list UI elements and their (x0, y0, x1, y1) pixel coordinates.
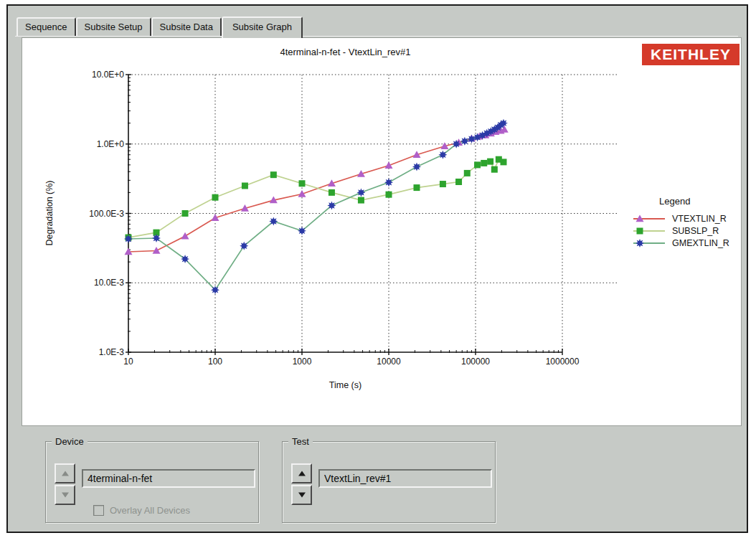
device-name-input[interactable] (82, 469, 255, 488)
test-group-label: Test (288, 436, 313, 447)
test-group: Test (282, 441, 496, 523)
overlay-all-devices-checkbox[interactable]: Overlay All Devices (93, 505, 190, 516)
tab-page-edge (15, 36, 738, 37)
down-arrow-icon (298, 493, 306, 498)
x-tick-label: 10000 (356, 357, 421, 367)
test-spinner (291, 463, 309, 506)
tab-subsite-graph[interactable]: Subsite Graph (222, 16, 303, 38)
tab-subsite-data[interactable]: Subsite Data (151, 17, 222, 36)
y-tick-label: 1.0E+0 (49, 139, 124, 149)
x-tick-label: 1000000 (530, 357, 595, 367)
legend-entry-gmextlin: GMEXTLIN_R (632, 237, 741, 249)
subsite-window: Sequence Subsite Setup Subsite Data Subs… (6, 4, 748, 533)
legend-entry-vtextlin: VTEXTLIN_R (632, 212, 741, 225)
tab-bar: Sequence Subsite Setup Subsite Data Subs… (16, 14, 303, 36)
legend-entry-subslp: SUBSLP_R (632, 225, 741, 237)
legend-label: SUBSLP_R (672, 226, 719, 236)
checkbox-icon (93, 505, 104, 516)
device-spin-up-button[interactable] (55, 463, 75, 483)
triangle-marker-icon (632, 213, 666, 225)
legend-label: VTEXTLIN_R (672, 214, 727, 224)
device-group: Device Overlay All Devices (45, 441, 259, 523)
y-tick-label: 10.0E-3 (49, 278, 124, 288)
legend-label: GMEXTLIN_R (672, 238, 729, 248)
tab-sequence[interactable]: Sequence (16, 17, 76, 36)
y-tick-label: 10.0E+0 (49, 70, 124, 80)
up-arrow-icon (298, 471, 306, 476)
test-spin-up-button[interactable] (291, 463, 312, 483)
chart-legend: Legend VTEXTLIN_R SUBSLP_R GMEXTLIN_R (632, 196, 741, 249)
up-arrow-icon (62, 471, 69, 476)
x-tick-label: 10 (96, 357, 161, 367)
y-tick-label: 1.0E-3 (49, 347, 124, 357)
test-name-input[interactable] (318, 469, 492, 488)
test-spin-down-button[interactable] (291, 485, 312, 505)
x-tick-label: 1000 (270, 357, 334, 367)
x-axis-label: Time (s) (128, 380, 562, 390)
device-spin-down-button[interactable] (55, 485, 75, 505)
x-tick-label: 100000 (443, 357, 508, 367)
x-tick-label: 100 (183, 357, 247, 367)
square-marker-icon (632, 225, 666, 237)
tab-subsite-setup[interactable]: Subsite Setup (76, 17, 151, 36)
chart-panel: 4terminal-n-fet - VtextLin_rev#1 KEITHLE… (22, 37, 742, 426)
y-tick-label: 100.0E-3 (49, 209, 124, 219)
device-spinner (55, 463, 72, 506)
legend-title: Legend (632, 196, 741, 207)
overlay-checkbox-label: Overlay All Devices (110, 505, 190, 516)
down-arrow-icon (62, 493, 69, 498)
device-group-label: Device (52, 436, 88, 447)
app-screen: Sequence Subsite Setup Subsite Data Subs… (0, 0, 756, 538)
star-marker-icon (632, 237, 666, 249)
